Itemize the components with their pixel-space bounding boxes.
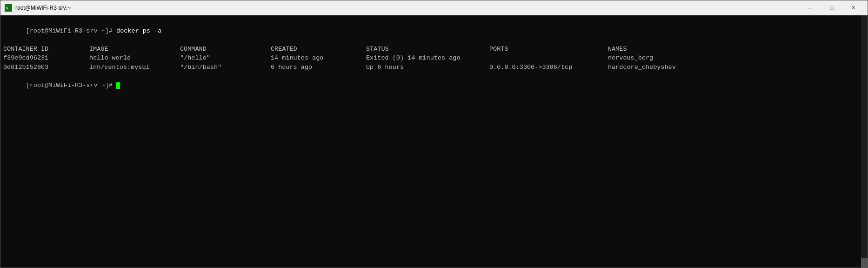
ports-1	[489, 54, 608, 63]
minimize-button[interactable]: ─	[800, 0, 821, 15]
names-2: hardcore_chebyshev	[608, 63, 676, 72]
window-title: root@MiWiFi-R3-srv:~	[15, 5, 800, 11]
header-container-id: CONTAINER ID	[3, 45, 89, 54]
status-1: Exited (0) 14 minutes ago	[366, 54, 489, 63]
created-1: 14 minutes ago	[271, 54, 366, 63]
scrollbar-thumb[interactable]	[861, 258, 868, 268]
docker-command: docker ps -a	[116, 27, 161, 34]
terminal-body[interactable]: [root@MiWiFi-R3-srv ~]# docker ps -a CON…	[0, 15, 868, 268]
ports-2: 0.0.0.0:3306->3306/tcp	[489, 63, 608, 72]
scrollbar[interactable]	[861, 15, 868, 268]
image-1: hello-world	[89, 54, 180, 63]
prompt-2: [root@MiWiFi-R3-srv ~]#	[26, 82, 116, 89]
terminal-icon: >_	[4, 4, 13, 12]
cursor	[116, 82, 120, 89]
current-prompt-line: [root@MiWiFi-R3-srv ~]#	[3, 72, 865, 99]
header-ports: PORTS	[489, 45, 608, 54]
command-1: "/hello"	[180, 54, 271, 63]
status-2: Up 6 hours	[366, 63, 489, 72]
image-2: lnh/centos:mysql	[89, 63, 180, 72]
close-button[interactable]: ✕	[842, 0, 864, 15]
container-id-1: f39e9cd96231	[3, 54, 89, 63]
window-controls: ─ □ ✕	[800, 0, 864, 15]
names-1: nervous_borg	[608, 54, 653, 63]
table-header: CONTAINER ID IMAGE COMMAND CREATED STATU…	[3, 45, 865, 54]
titlebar: >_ root@MiWiFi-R3-srv:~ ─ □ ✕	[0, 0, 868, 15]
table-row: 0d012b152803 lnh/centos:mysql "/bin/bash…	[3, 63, 865, 72]
command-2: "/bin/bash"	[180, 63, 271, 72]
created-2: 6 hours ago	[271, 63, 366, 72]
command-line: [root@MiWiFi-R3-srv ~]# docker ps -a	[3, 17, 865, 45]
terminal-window: >_ root@MiWiFi-R3-srv:~ ─ □ ✕ [root@MiWi…	[0, 0, 868, 268]
table-row: f39e9cd96231 hello-world "/hello" 14 min…	[3, 54, 865, 63]
header-command: COMMAND	[180, 45, 271, 54]
header-status: STATUS	[366, 45, 489, 54]
svg-text:>_: >_	[6, 6, 12, 11]
header-created: CREATED	[271, 45, 366, 54]
header-names: NAMES	[608, 45, 627, 54]
container-id-2: 0d012b152803	[3, 63, 89, 72]
maximize-button[interactable]: □	[821, 0, 842, 15]
prompt-1: [root@MiWiFi-R3-srv ~]#	[26, 27, 116, 34]
header-image: IMAGE	[89, 45, 180, 54]
